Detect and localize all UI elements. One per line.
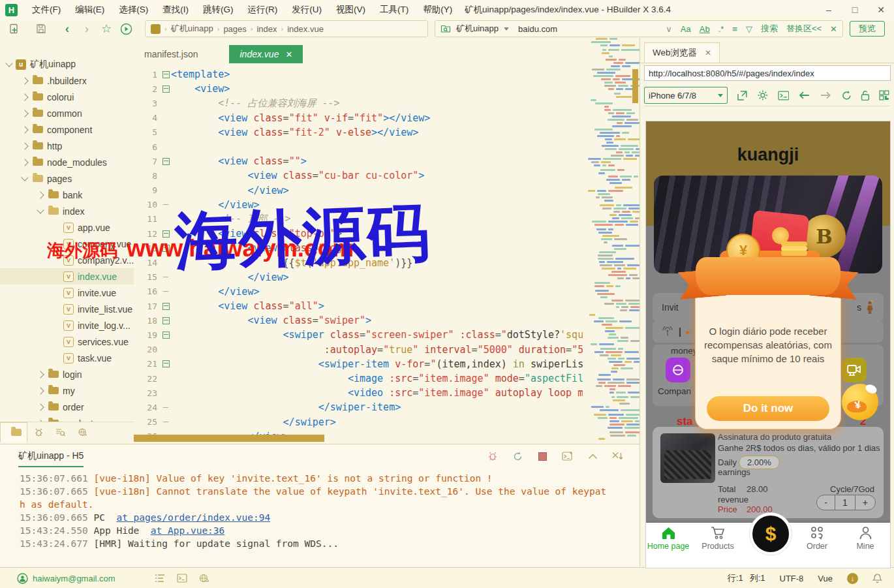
chevron-right-icon[interactable] [21,93,28,101]
close-search-icon[interactable]: ✕ [830,24,837,34]
code-line-8[interactable]: 8 <view class="cu-bar cu-color"> [134,168,583,183]
code-line-1[interactable]: 1<template> [134,67,583,82]
breadcrumb-part-0[interactable]: 矿机uinapp [171,23,213,35]
search-query[interactable]: baidu.com [518,24,557,34]
whole-word-toggle[interactable]: Ab [700,24,710,34]
tree-folder-colorui[interactable]: colorui [0,89,134,105]
code-area[interactable]: 1<template>2 <view>3 <!-- 占位兼容刘海屏 -->4 <… [134,63,583,444]
code-line-4[interactable]: 4 <view class="fit" v-if="fit"></view> [134,111,583,125]
code-line-3[interactable]: 3 <!-- 占位兼容刘海屏 --> [134,96,583,110]
chevron-right-icon[interactable] [21,110,28,117]
tree-folder-index[interactable]: index [0,203,134,219]
scope-dropdown-icon[interactable] [504,27,509,31]
browser-tab[interactable]: Web浏览器 ✕ [644,42,720,63]
tree-file-task.vue[interactable]: task.vue [0,350,134,366]
company-menu-icon[interactable] [666,358,690,382]
cursor-col[interactable]: 列:1 [750,572,765,584]
code-line-11[interactable]: 11 <!-- 顶部 --> [134,212,583,226]
code-line-9[interactable]: 9 </view> [134,183,583,198]
fold-box-icon[interactable] [162,360,170,367]
back-icon[interactable]: ‹ [57,21,77,37]
console-collapse-icon[interactable] [588,453,598,459]
qr-code-icon[interactable] [879,90,889,101]
fold-marker-icon[interactable] [161,245,171,252]
search-bar[interactable]: 矿机uinapp baidu.com ∨ Aa Ab .* ≡ ▽ 搜索 替换区… [435,20,843,37]
qty-minus-button[interactable]: - [817,495,835,510]
console-log[interactable]: 15:36:07.661 [vue-i18n] Value of key 'in… [0,468,640,551]
menu-item-8[interactable]: 工具(T) [373,2,415,18]
quantity-stepper[interactable]: - 1 + [816,495,876,510]
code-line-19[interactable]: 19 <swiper class="screen-swiper" :class=… [134,328,583,342]
tab-home-page[interactable]: Home page [647,526,689,551]
console-restart-icon[interactable] [512,451,523,462]
tab-order[interactable]: Order [796,526,838,551]
chevron-right-icon[interactable] [21,77,28,84]
fold-box-icon[interactable] [162,85,170,93]
browser-tab-close-icon[interactable]: ✕ [705,48,711,57]
globe-cloud-icon[interactable] [199,574,210,583]
tree-file-app.vue[interactable]: app.vue [0,219,134,236]
tree-folder-login[interactable]: login [0,366,134,382]
fold-box-icon[interactable] [162,303,170,310]
run-icon[interactable] [116,21,136,37]
preview-button[interactable]: 预览 [850,21,885,37]
browser-url-input[interactable] [644,65,891,81]
tree-folder-common[interactable]: common [0,105,134,121]
breadcrumb-part-2[interactable]: index [256,24,277,34]
menu-item-9[interactable]: 帮助(Y) [416,2,459,18]
code-line-6[interactable]: 6 [134,140,583,154]
chevron-down-icon[interactable] [37,206,44,213]
maximize-button[interactable]: □ [842,0,868,20]
syntax-mode[interactable]: Vue [818,574,833,583]
tab-recharge-button[interactable]: $ [750,513,792,555]
star-icon[interactable]: ☆ [97,21,116,37]
breadcrumb-part-3[interactable]: index.vue [287,24,324,34]
chevron-right-icon[interactable] [21,159,28,166]
account-badge[interactable]: haiwaiym@gmail.com [17,573,116,584]
code-line-2[interactable]: 2 <view> [134,82,583,96]
tree-file-company.vue[interactable]: company.vue [0,236,134,252]
menu-item-5[interactable]: 运行(R) [241,2,285,18]
video-menu-icon[interactable] [842,358,867,382]
chevron-right-icon[interactable] [37,387,44,394]
code-line-17[interactable]: 17 <view class="all"> [134,299,583,313]
console-stop-icon[interactable] [538,452,547,461]
fold-box-icon[interactable] [162,245,170,252]
qty-plus-button[interactable]: + [855,495,875,510]
filter-icon[interactable]: ▽ [746,24,752,34]
fold-marker-icon[interactable] [161,71,171,78]
do-it-now-button[interactable]: Do it now [707,396,829,421]
chick-mascot[interactable]: ¥ [842,381,880,420]
tree-file-company2.v...[interactable]: company2.v... [0,252,134,268]
console-line-1[interactable]: 15:36:07.665 [vue-i18n] Cannot translate… [20,486,640,499]
fold-box-icon[interactable] [162,71,170,78]
chevron-right-icon[interactable] [37,403,44,410]
tree-folder-my[interactable]: my [0,382,134,399]
tree-folder-pages[interactable]: pages [0,170,134,187]
console-source-link[interactable]: at App.vue:36 [151,525,225,536]
menu-item-1[interactable]: 编辑(E) [69,2,111,18]
search-lines-icon[interactable]: ≡ [732,24,737,34]
tab-products[interactable]: Products [697,526,739,551]
tab-manifest-json[interactable]: manifest.json [134,45,208,63]
tree-file-invite.vue[interactable]: invite.vue [0,285,134,301]
code-line-24[interactable]: 24 </swiper-item> [134,400,583,414]
horizontal-scrollbar[interactable] [134,435,324,442]
code-line-13[interactable]: 13 <view class="logo"> [134,241,583,255]
tree-folder-http[interactable]: http [0,138,134,154]
settings-gear-icon[interactable] [757,89,769,101]
fold-marker-icon[interactable] [161,332,171,339]
company-menu-label[interactable]: Compan [658,386,691,396]
terminal-icon[interactable] [177,574,187,583]
console-line-3[interactable]: 15:36:09.665 PC at pages/order/index.vue… [20,512,640,525]
breadcrumb-part-1[interactable]: pages [223,24,246,34]
code-line-15[interactable]: 15 </view> [134,270,583,285]
chevron-down-icon[interactable] [21,174,28,181]
fold-marker-icon[interactable] [161,158,171,165]
device-selector[interactable]: iPhone 6/7/8 [644,87,728,104]
tree-folder-.hbuilderx[interactable]: .hbuilderx [0,72,134,89]
replace-button[interactable]: 替换区<< [786,23,822,35]
fold-box-icon[interactable] [162,317,170,324]
tree-folder-component[interactable]: component [0,121,134,138]
code-line-18[interactable]: 18 <view class="swiper"> [134,313,583,328]
